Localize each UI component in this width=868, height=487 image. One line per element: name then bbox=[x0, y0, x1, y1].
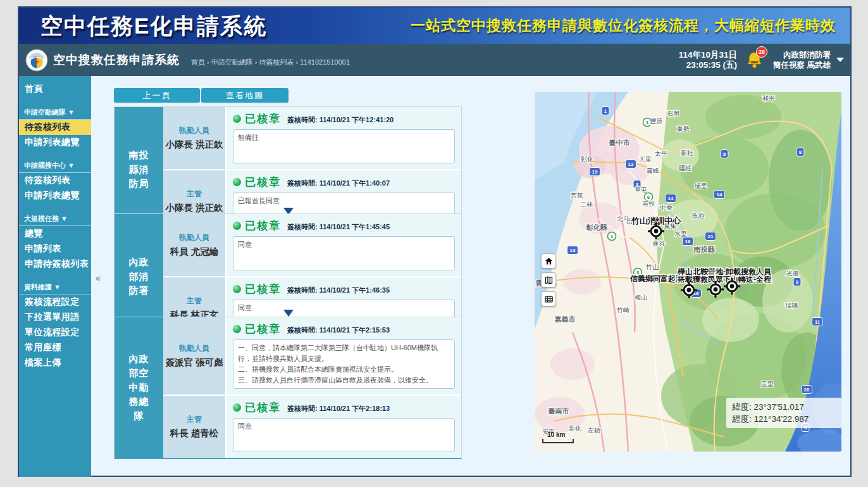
approved-dot-icon bbox=[233, 222, 241, 230]
stamp-time: 簽核時間: 114/10/21 下午12:41:20 bbox=[287, 115, 394, 125]
map-city-label: 左鎮 bbox=[588, 427, 600, 434]
map-city-label: 光復 bbox=[786, 270, 799, 277]
map-city-label: 埔里 bbox=[694, 182, 707, 189]
approval-comment-box[interactable]: 一、同意，請本總隊第二大隊第三隊（台中駐地）UH-60M機隊執行，並請特搜共勤人… bbox=[233, 339, 455, 389]
user-menu-caret-icon[interactable] bbox=[836, 58, 844, 62]
map-city-label: 臺中市 bbox=[609, 139, 630, 146]
previous-page-button[interactable]: 上一頁 bbox=[114, 88, 200, 103]
map-city-label: 臺南市 bbox=[549, 407, 569, 415]
approval-row: 執勤人員 簽派官 張可彪 已核章 簽核時間: 114/10/21 下午2:15:… bbox=[163, 317, 461, 396]
map-scale: 10 km bbox=[542, 431, 574, 443]
approval-comment-box[interactable]: 無備註 bbox=[233, 129, 455, 163]
map-city-label: 豐原 bbox=[650, 118, 662, 125]
map-city-label: 瑞穗 bbox=[785, 302, 798, 309]
map-city-label: 芳苑 bbox=[570, 192, 583, 199]
sidebar-item-pending-approvals[interactable]: 待簽核列表 bbox=[19, 120, 91, 135]
sidebar-item-application-list[interactable]: 申請列表 bbox=[19, 241, 91, 256]
svg-text:8: 8 bbox=[723, 151, 726, 157]
map-canvas[interactable]: 119123141482116188911205131613 和平石岡豐原東勢臺… bbox=[535, 92, 841, 452]
road-shield: 20 bbox=[802, 386, 812, 394]
sidebar-item-application-overview-2[interactable]: 申請列表總覽 bbox=[19, 188, 91, 203]
role-cell: 執勤人員 小隊長 洪正欽 bbox=[163, 107, 226, 169]
map-city-label: 和平 bbox=[762, 95, 775, 102]
sidebar-item-approval-flow[interactable]: 簽核流程設定 bbox=[19, 294, 91, 310]
map-home-button[interactable] bbox=[541, 253, 556, 269]
map-city-label: 嘉義市 bbox=[555, 315, 576, 323]
svg-text:12: 12 bbox=[628, 161, 634, 167]
map-city-label: 魚池 bbox=[691, 212, 704, 219]
sidebar-item-home[interactable]: 首頁 bbox=[19, 82, 91, 97]
approved-dot-icon bbox=[233, 115, 241, 123]
breadcrumb[interactable]: 首頁 › 申請空勤總隊 › 待簽核列表 › 1141021510001 bbox=[191, 58, 350, 67]
sidebar-item-application-overview[interactable]: 申請列表總覽 bbox=[19, 135, 91, 150]
stamp-time: 簽核時間: 114/10/21 下午1:46:35 bbox=[287, 286, 390, 295]
road-shield: 8 bbox=[721, 150, 728, 158]
role-cell: 主管 科長 趙青松 bbox=[163, 396, 226, 458]
map-city-label: 中寮 bbox=[660, 204, 673, 211]
road-shield: 8 bbox=[797, 148, 804, 156]
sidebar-collapse-button[interactable]: « bbox=[93, 273, 103, 284]
sidebar-section-airservice[interactable]: 申請空勤總隊 ▼ bbox=[19, 106, 91, 120]
road-shield: 1 bbox=[602, 107, 609, 115]
svg-text:1: 1 bbox=[604, 108, 607, 114]
map-city-label: 南投 bbox=[642, 200, 655, 207]
sidebar-item-overview[interactable]: 總覽 bbox=[19, 226, 91, 241]
sidebar-item-dropdown-terms[interactable]: 下拉選單用語 bbox=[19, 310, 91, 325]
svg-text:16: 16 bbox=[685, 239, 691, 244]
map-icon bbox=[544, 275, 554, 285]
stamp-status: 已核章 bbox=[245, 400, 281, 415]
header-datetime: 114年10月31日 23:05:35 (五) bbox=[679, 50, 737, 70]
svg-text:13: 13 bbox=[570, 248, 576, 253]
svg-text:8: 8 bbox=[799, 149, 802, 155]
road-shield: 14 bbox=[714, 191, 725, 199]
sidebar-section-rescue-center[interactable]: 申請國搜中心 ▼ bbox=[19, 160, 91, 173]
approval-row: 執勤人員 科員 尤冠綸 已核章 簽核時間: 114/10/21 下午1:45:4… bbox=[163, 214, 461, 277]
approval-block-nasc: 內政部空中勤務總隊 執勤人員 簽派官 張可彪 已核章 簽核時間: 114/10/… bbox=[114, 317, 462, 459]
map-city-label: 竹崎 bbox=[616, 307, 629, 313]
system-title: 空中任務E化申請系統 bbox=[40, 8, 267, 44]
map-city-label: 大里 bbox=[639, 156, 652, 163]
user-menu[interactable]: 內政部消防署 簡任視察 馬武雄 bbox=[773, 50, 831, 70]
road-shield: 14 bbox=[666, 194, 676, 203]
sidebar-section-data-maintenance[interactable]: 資料維護 ▼ bbox=[19, 281, 91, 294]
map-city-label: 霧峰 bbox=[647, 167, 659, 174]
road-shield-green: 1 bbox=[608, 232, 616, 241]
svg-text:11: 11 bbox=[815, 319, 821, 325]
map-city-label: 彰化 bbox=[580, 156, 593, 163]
road-shield: 12 bbox=[626, 160, 636, 168]
sidebar-nav: 首頁 申請空勤總隊 ▼ 待簽核列表 申請列表總覽 申請國搜中心 ▼ 待簽核列表 … bbox=[19, 76, 91, 477]
approved-dot-icon bbox=[233, 403, 241, 412]
svg-text:21: 21 bbox=[708, 234, 714, 239]
coordinate-readout: 緯度: 23°37'51.017 經度: 121°34'22.987 bbox=[726, 398, 841, 428]
map-city-label: 竹山 bbox=[645, 263, 659, 270]
svg-text:9: 9 bbox=[796, 279, 799, 285]
map-grid-button[interactable] bbox=[541, 291, 556, 307]
sidebar-item-common-coords[interactable]: 常用座標 bbox=[19, 340, 91, 355]
app-title: 空中搜救任務申請系統 bbox=[53, 52, 180, 68]
sidebar-item-application-pending[interactable]: 申請待簽核列表 bbox=[19, 256, 91, 272]
map-city-label: 國姓 bbox=[679, 165, 691, 172]
sidebar-item-file-upload[interactable]: 檔案上傳 bbox=[19, 355, 91, 370]
map-city-label: 東勢 bbox=[676, 125, 690, 132]
approval-comment-box[interactable]: 同意 bbox=[233, 418, 455, 452]
map-city-label: 玉里 bbox=[761, 381, 774, 388]
road-shield: 9 bbox=[793, 278, 801, 286]
sidebar-section-large-scale[interactable]: 大規模任務 ▼ bbox=[19, 213, 91, 226]
road-shield: 19 bbox=[590, 168, 600, 176]
sidebar-item-pending-approvals-2[interactable]: 待簽核列表 bbox=[19, 173, 91, 188]
notification-bell-button[interactable]: 29 bbox=[746, 51, 763, 69]
header-date: 114年10月31日 bbox=[679, 50, 737, 60]
top-banner: 空中任務E化申請系統 一站式空中搜救任務申請與數位化簽核流程，大幅縮短作業時效 bbox=[19, 8, 850, 44]
approval-comment-box[interactable]: 同意 bbox=[233, 236, 455, 270]
flow-arrow-down-icon bbox=[283, 310, 294, 317]
map-city-label: 梅山 bbox=[634, 294, 647, 301]
map-city-label: 南投縣 bbox=[693, 246, 716, 253]
map-city-label: 石岡 bbox=[667, 110, 679, 117]
map-layers-button[interactable] bbox=[541, 272, 556, 288]
view-map-button[interactable]: 查看地圖 bbox=[201, 88, 288, 103]
road-shield: 11 bbox=[812, 318, 823, 326]
map-city-label: 新社 bbox=[681, 149, 693, 156]
map-poi-label: 搭載獲救民眾下山轉送-全程 bbox=[677, 275, 772, 284]
sidebar-item-unit-flow[interactable]: 單位流程設定 bbox=[19, 325, 91, 340]
map-scale-bar bbox=[542, 439, 574, 443]
